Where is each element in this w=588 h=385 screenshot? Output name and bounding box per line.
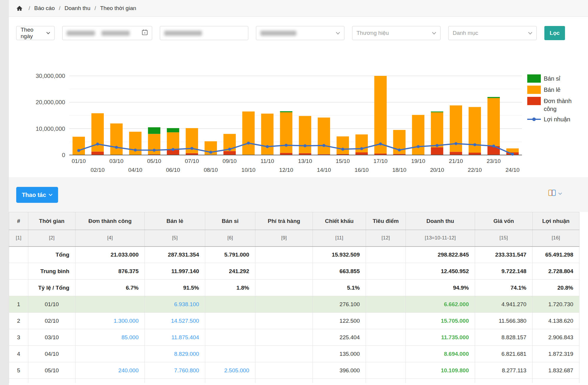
cell-don_thanh_cong[interactable]: 240.000 — [75, 362, 145, 379]
cell-doanh_thu: 15.705.000 — [406, 313, 475, 329]
cell-doanh_thu: 6.662.000 — [406, 296, 475, 313]
cell-idx: 4 — [9, 346, 28, 362]
cell-ban_le[interactable]: 7.760.800 — [145, 362, 205, 379]
cell-tieu_diem — [366, 362, 406, 379]
cell-ban_si — [205, 329, 255, 346]
bar-ban-si — [431, 112, 443, 112]
brand-select[interactable]: Thương hiệu — [352, 26, 441, 40]
legend-swatch — [527, 97, 541, 105]
profit-line-marker — [172, 148, 175, 151]
summary-row: Trung bình876.37511.997.140241.292663.85… — [9, 263, 579, 280]
profit-line-marker — [134, 149, 137, 151]
bar-ban-si — [280, 111, 293, 112]
x-axis-label: 12/10 — [279, 167, 293, 173]
cell-don_thanh_cong — [75, 379, 145, 383]
cell-doanh_thu: 94.9% — [406, 280, 475, 296]
collapsed-sidebar-strip — [0, 0, 9, 385]
group-by-select[interactable]: Theo ngày — [16, 26, 55, 40]
cell-thoi_gian — [28, 379, 75, 383]
column-code-don_thanh_cong: [4] — [75, 230, 145, 247]
date-range-input[interactable] — [62, 26, 152, 40]
column-header-loi_nhuan: Lợi nhuận — [533, 212, 579, 230]
legend-label: Bán sỉ — [544, 75, 560, 82]
profit-line-marker — [417, 145, 420, 148]
filter-button[interactable]: Lọc — [544, 26, 565, 40]
profit-line-marker — [115, 146, 118, 149]
cell-don_thanh_cong: 6.7% — [75, 280, 145, 296]
column-code-tieu_diem: [12] — [366, 230, 406, 247]
profit-line-marker — [153, 149, 156, 152]
column-header-doanh_thu: Doanh thu — [406, 212, 475, 230]
profit-line-marker — [96, 143, 99, 146]
cell-idx — [9, 379, 28, 383]
bar-ban-le — [242, 112, 255, 155]
bar-don-thanh-cong — [469, 153, 481, 155]
bar-ban-le — [431, 112, 443, 147]
cell-don_thanh_cong[interactable]: 85.000 — [75, 329, 145, 346]
home-icon[interactable] — [16, 5, 23, 11]
cell-ban_si — [205, 296, 255, 313]
profit-line — [79, 143, 513, 154]
cell-doanh_thu: 12.450.952 — [406, 263, 475, 280]
column-header-tieu_diem: Tiêu điểm — [366, 212, 406, 230]
cell-gia_von: 6.821.681 — [475, 346, 533, 362]
calendar-icon[interactable] — [142, 29, 148, 37]
profit-line-marker — [492, 145, 495, 148]
product-group-select[interactable] — [256, 26, 344, 40]
cell-phi_tra_hang — [255, 379, 313, 383]
cell-thoi_gian: 01/10 — [28, 296, 75, 313]
x-axis-label: 22/10 — [468, 167, 482, 173]
x-axis-label: 24/10 — [505, 167, 520, 173]
cell-don_thanh_cong: 21.033.000 — [75, 247, 145, 263]
cell-ban_le[interactable]: 11.875.404 — [145, 329, 205, 346]
cell-tieu_diem — [366, 296, 406, 313]
x-axis-label: 16/10 — [355, 167, 369, 173]
cell-ban_le[interactable]: 14.527.500 — [145, 313, 205, 329]
bar-ban-le — [487, 98, 500, 146]
column-code-ban_si: [6] — [205, 230, 255, 247]
bar-don-thanh-cong — [91, 151, 104, 155]
category-select[interactable]: Danh mục — [448, 26, 537, 40]
breadcrumb-item-bao-cao[interactable]: Báo cáo — [34, 5, 55, 12]
brand-placeholder: Thương hiệu — [357, 30, 432, 36]
cell-don_thanh_cong — [75, 296, 145, 313]
column-header-don_thanh_cong: Đơn thành công — [75, 212, 145, 230]
profit-line-marker — [77, 149, 80, 152]
cell-idx: 5 — [9, 362, 28, 379]
redacted-search-text — [164, 31, 202, 36]
legend-label: công — [544, 106, 556, 112]
actions-button[interactable]: Thao tác — [16, 187, 58, 203]
cell-gia_von — [475, 379, 533, 383]
bar-ban-si — [148, 127, 160, 134]
cell-chiet_khau — [313, 379, 366, 383]
cell-loi_nhuan: 1.832.687 — [533, 362, 579, 379]
cell-tieu_diem — [366, 329, 406, 346]
bar-ban-le — [280, 112, 293, 153]
revenue-chart-svg: 010,000,00020,000,00030,000,00001/1002/1… — [9, 56, 588, 177]
cell-ban_si[interactable]: 2.505.000 — [205, 362, 255, 379]
cell-phi_tra_hang — [255, 280, 313, 296]
x-axis-label: 07/10 — [185, 158, 199, 164]
cell-ban_le[interactable]: 8.829.000 — [145, 346, 205, 362]
cell-idx — [9, 263, 28, 280]
filter-bar: Theo ngày Thương hiệu Danh mục — [16, 26, 565, 40]
breadcrumb-item-doanh-thu[interactable]: Doanh thu — [65, 5, 91, 12]
report-table: #Thời gianĐơn thành côngBán lẻBán sỉPhí … — [9, 212, 579, 383]
column-code-chiet_khau: [11] — [313, 230, 366, 247]
bar-ban-le — [336, 136, 349, 154]
cell-ban_le[interactable]: 6.938.100 — [145, 296, 205, 313]
profit-line-marker — [303, 144, 306, 147]
bar-ban-le — [318, 118, 330, 154]
cell-phi_tra_hang — [255, 247, 313, 263]
x-axis-label: 15/10 — [336, 158, 350, 164]
cell-tieu_diem — [366, 263, 406, 280]
cell-don_thanh_cong[interactable]: 1.300.000 — [75, 313, 145, 329]
product-search-input[interactable] — [160, 26, 248, 40]
bar-ban-le — [412, 115, 424, 155]
summary-row: Tổng21.033.000287.931.3545.791.00015.932… — [9, 247, 579, 263]
x-axis-label: 08/10 — [204, 167, 218, 173]
bar-don-thanh-cong — [224, 151, 236, 155]
column-visibility-toggle[interactable] — [548, 190, 562, 197]
x-axis-label: 18/10 — [392, 167, 406, 173]
cell-ban_le: 287.931.354 — [145, 247, 205, 263]
